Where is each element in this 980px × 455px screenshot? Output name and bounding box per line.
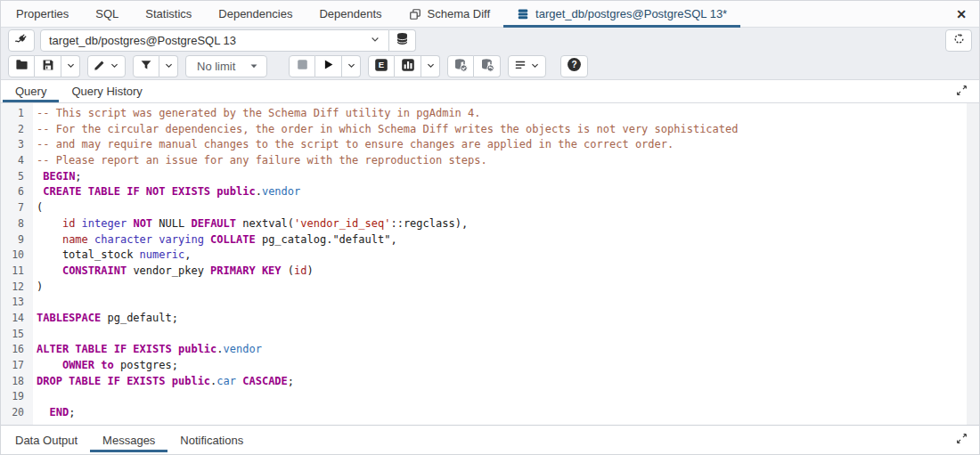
tab-dependents[interactable]: Dependents bbox=[306, 1, 395, 27]
save-button[interactable] bbox=[35, 55, 61, 77]
close-icon[interactable]: ✕ bbox=[943, 7, 979, 21]
tab-label: Dependents bbox=[319, 7, 381, 20]
connection-group: target_db/postgres@PostgreSQL 13 bbox=[40, 29, 416, 52]
new-connection-button[interactable] bbox=[389, 29, 416, 52]
line-number: 5 bbox=[1, 169, 24, 185]
tab-label: Messages bbox=[102, 434, 155, 447]
code-line: OWNER to postgres; bbox=[37, 358, 967, 374]
explain-menu-button[interactable] bbox=[421, 55, 440, 77]
svg-text:?: ? bbox=[571, 60, 576, 69]
tab-data-output[interactable]: Data Output bbox=[3, 426, 90, 454]
plug-icon bbox=[14, 32, 29, 49]
tab-query-history[interactable]: Query History bbox=[59, 80, 154, 102]
code-line bbox=[37, 295, 967, 311]
code-line: CONSTRAINT vendor_pkey PRIMARY KEY (id) bbox=[37, 264, 967, 280]
stop-icon bbox=[297, 59, 308, 73]
code-line: ) bbox=[37, 280, 967, 296]
query-toolbar: No limit E bbox=[1, 53, 979, 80]
tab-label: Schema Diff bbox=[428, 7, 491, 20]
explain-button[interactable]: E bbox=[368, 55, 395, 77]
editor-expand-button[interactable] bbox=[944, 84, 979, 100]
sql-editor[interactable]: 1234567891011121314151617181920 -- This … bbox=[1, 103, 979, 425]
execute-menu-button[interactable] bbox=[342, 55, 361, 77]
tab-dependencies[interactable]: Dependencies bbox=[205, 1, 306, 27]
list-icon bbox=[514, 59, 527, 74]
code-line: -- For the circular dependencies, the or… bbox=[37, 122, 967, 138]
tab-target-db-postgres-postgresql-13[interactable]: target_db/postgres@PostgreSQL 13* bbox=[503, 1, 740, 27]
tab-label: Query bbox=[15, 85, 46, 98]
edit-menu-button[interactable] bbox=[87, 55, 126, 77]
caret-down-icon bbox=[249, 60, 258, 73]
tab-schema-diff[interactable]: Schema Diff bbox=[396, 1, 504, 27]
filter-button[interactable] bbox=[133, 55, 159, 77]
code-line bbox=[37, 327, 967, 343]
chevron-down-icon bbox=[530, 60, 540, 73]
tab-statistics[interactable]: Statistics bbox=[132, 1, 205, 27]
save-icon bbox=[42, 59, 54, 74]
tab-label: Query History bbox=[71, 85, 142, 98]
line-number: 12 bbox=[1, 280, 24, 296]
code-line: ALTER TABLE IF EXISTS public.vendor bbox=[37, 342, 967, 358]
line-number: 13 bbox=[1, 295, 24, 311]
tab-properties[interactable]: Properties bbox=[3, 1, 82, 27]
chevron-down-icon bbox=[347, 60, 356, 73]
code-line: -- This script was generated by the Sche… bbox=[37, 106, 967, 122]
diff-icon bbox=[409, 8, 421, 20]
explain-analyze-button[interactable] bbox=[395, 55, 421, 77]
code-line: TABLESPACE pg_default; bbox=[37, 311, 967, 327]
tab-label: Data Output bbox=[15, 434, 78, 447]
bar-chart-icon bbox=[401, 58, 415, 75]
line-number: 9 bbox=[1, 232, 24, 248]
macro-menu-button[interactable] bbox=[508, 55, 546, 77]
commit-button[interactable] bbox=[447, 55, 474, 77]
editor-code[interactable]: -- This script was generated by the Sche… bbox=[33, 103, 967, 425]
line-number: 17 bbox=[1, 358, 24, 374]
save-menu-button[interactable] bbox=[61, 55, 80, 77]
chevron-down-icon bbox=[110, 60, 119, 73]
tab-messages[interactable]: Messages bbox=[90, 426, 167, 454]
filter-menu-button[interactable] bbox=[159, 55, 178, 77]
code-line: -- Please report an issue for any failur… bbox=[37, 153, 967, 169]
line-number: 16 bbox=[1, 342, 24, 358]
line-number: 10 bbox=[1, 248, 24, 264]
chevron-down-icon bbox=[66, 60, 76, 73]
open-file-button[interactable] bbox=[8, 55, 35, 77]
chevron-down-icon bbox=[164, 60, 174, 73]
code-line: END; bbox=[37, 405, 967, 421]
line-number: 15 bbox=[1, 327, 24, 343]
line-number: 19 bbox=[1, 389, 24, 405]
connection-status-button[interactable] bbox=[8, 29, 35, 52]
editor-scrollbar[interactable] bbox=[967, 103, 979, 425]
filter-icon bbox=[140, 59, 152, 74]
svg-text:E: E bbox=[379, 60, 384, 69]
bottom-tabs: Data OutputMessagesNotifications bbox=[3, 426, 256, 454]
folder-icon bbox=[15, 58, 29, 74]
rollback-button[interactable] bbox=[474, 55, 501, 77]
output-tab-bar: Data OutputMessagesNotifications bbox=[1, 425, 979, 454]
execute-button[interactable] bbox=[315, 55, 342, 77]
database-plus-icon bbox=[396, 32, 409, 48]
cancel-query-button[interactable] bbox=[289, 55, 315, 77]
help-icon: ? bbox=[567, 57, 582, 75]
help-button[interactable]: ? bbox=[560, 55, 588, 77]
reset-layout-button[interactable] bbox=[945, 29, 972, 52]
tab-label: target_db/postgres@PostgreSQL 13* bbox=[535, 7, 727, 20]
line-number: 11 bbox=[1, 264, 24, 280]
tab-query[interactable]: Query bbox=[3, 80, 59, 102]
database-rollback-icon bbox=[480, 58, 494, 75]
code-line bbox=[37, 389, 967, 405]
editor-gutter: 1234567891011121314151617181920 bbox=[1, 103, 33, 425]
main-tabs: PropertiesSQLStatisticsDependenciesDepen… bbox=[3, 1, 740, 27]
query-tabs: QueryQuery History bbox=[3, 80, 155, 102]
tab-sql[interactable]: SQL bbox=[82, 1, 132, 27]
database-check-icon bbox=[453, 58, 468, 75]
connection-select[interactable]: target_db/postgres@PostgreSQL 13 bbox=[40, 29, 389, 52]
query-tab-bar: QueryQuery History bbox=[1, 80, 979, 103]
chevron-down-icon bbox=[426, 60, 436, 73]
line-number: 18 bbox=[1, 374, 24, 390]
output-expand-button[interactable] bbox=[944, 432, 979, 448]
tab-notifications[interactable]: Notifications bbox=[167, 426, 256, 454]
code-line: DROP TABLE IF EXISTS public.car CASCADE; bbox=[37, 374, 967, 390]
limit-select[interactable]: No limit bbox=[185, 55, 267, 77]
line-number: 8 bbox=[1, 216, 24, 232]
